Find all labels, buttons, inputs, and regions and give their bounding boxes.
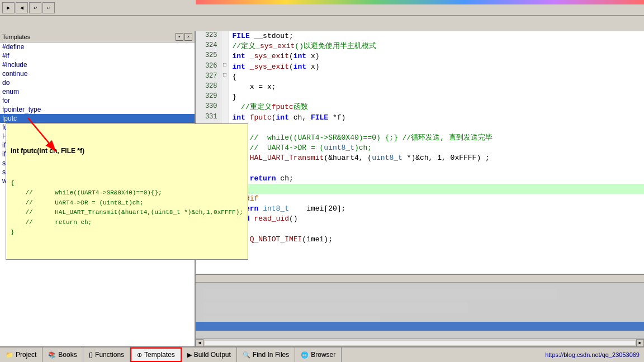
code-line-content: int _sys_exit(int x) bbox=[229, 62, 644, 72]
code-line-content: } bbox=[229, 92, 644, 102]
line-number: 328 bbox=[196, 82, 221, 92]
toolbar-btn-1[interactable]: ▶ bbox=[2, 2, 15, 13]
template-item-_if[interactable]: #if bbox=[0, 51, 195, 60]
line-number: 331 bbox=[196, 113, 221, 123]
panel-close-btn[interactable]: × bbox=[184, 33, 192, 41]
bottom-scrollbar-track[interactable] bbox=[205, 341, 635, 345]
table-row: 334 // UART4->DR = (uint8_t)ch; bbox=[196, 143, 644, 153]
code-line-content: #endif bbox=[229, 194, 644, 204]
tab-functions[interactable]: {}Functions bbox=[83, 347, 130, 362]
tab-project[interactable]: 📁Project bbox=[0, 347, 42, 362]
tab-label: Functions bbox=[95, 351, 124, 359]
code-line-content: Q_NBIOT_IMEI(imei); bbox=[229, 235, 644, 245]
tooltip-title: int fputc(int ch, FILE *f) bbox=[11, 146, 243, 156]
tab-icon-functions: {} bbox=[89, 351, 93, 358]
table-row: 323FILE __stdout; bbox=[196, 31, 644, 41]
tab-label: Project bbox=[16, 351, 36, 359]
template-item-continue[interactable]: continue bbox=[0, 69, 195, 78]
code-table: 323FILE __stdout;324//定义_sys_exit()以避免使用… bbox=[196, 31, 644, 255]
toolbar-btn-2[interactable]: ◀ bbox=[16, 2, 28, 13]
template-item-for[interactable]: for bbox=[0, 96, 195, 105]
line-number: 330 bbox=[196, 102, 221, 112]
tab-icon-books: 📚 bbox=[48, 351, 56, 359]
line-number: 329 bbox=[196, 92, 221, 102]
blue-selection-bar bbox=[196, 322, 644, 331]
table-row: 343 Q_NBIOT_IMEI(imei); bbox=[196, 235, 644, 245]
code-line-content: //定义_sys_exit()以避免使用半主机模式 bbox=[229, 41, 644, 51]
table-row: 336 bbox=[196, 163, 644, 173]
tab-books[interactable]: 📚Books bbox=[42, 347, 83, 362]
table-row: 333 // while((UART4->SR&0X40)==0) {;} //… bbox=[196, 133, 644, 143]
color-bar bbox=[196, 0, 644, 4]
toolbar-btn-3[interactable]: ↩ bbox=[29, 2, 41, 13]
line-number: 324 bbox=[196, 41, 221, 51]
line-number: 323 bbox=[196, 31, 221, 41]
code-line-content: { bbox=[229, 123, 644, 133]
table-row: 338} bbox=[196, 184, 644, 194]
template-item-do[interactable]: do bbox=[0, 78, 195, 87]
tab-icon-project: 📁 bbox=[6, 351, 13, 359]
line-number: 326 bbox=[196, 62, 221, 72]
code-line-content: int fputc(int ch, FILE *f) bbox=[229, 113, 644, 123]
tab-build-output[interactable]: ▶Build Output bbox=[182, 347, 237, 362]
templates-panel: Templates ▪ × #define#if#includecontinue… bbox=[0, 31, 196, 362]
code-line-content: { bbox=[229, 225, 644, 235]
line-number: 325 bbox=[196, 51, 221, 61]
tab-browser[interactable]: 🌐Browser bbox=[295, 347, 342, 362]
code-line-content: HAL_UART_Transmit(&huart4, (uint8_t *)&c… bbox=[229, 153, 644, 163]
template-item-_define[interactable]: #define bbox=[0, 42, 195, 51]
code-line-content: x = x; bbox=[229, 82, 644, 92]
table-row: 325int _sys_exit(int x) bbox=[196, 51, 644, 61]
fold-indicator bbox=[221, 41, 229, 51]
fold-indicator bbox=[221, 82, 229, 92]
fold-indicator bbox=[221, 51, 229, 61]
template-item-fpointer_type[interactable]: fpointer_type bbox=[0, 105, 195, 114]
code-line-content: // while((UART4->SR&0X40)==0) {;} //循环发送… bbox=[229, 133, 644, 143]
bottom-scroll[interactable]: ◀ ▶ bbox=[196, 339, 644, 346]
fold-indicator bbox=[221, 92, 229, 102]
template-item-fputc[interactable]: fputc bbox=[0, 114, 195, 123]
fold-indicator bbox=[221, 31, 229, 41]
blurred-row-1 bbox=[203, 289, 557, 299]
code-line-content: // UART4->DR = (uint8_t)ch; bbox=[229, 143, 644, 153]
table-row: 328 x = x; bbox=[196, 82, 644, 92]
tab-label: Books bbox=[58, 351, 77, 359]
code-line-content: } bbox=[229, 184, 644, 194]
table-row: 344} bbox=[196, 245, 644, 255]
tab-label: Find In Files bbox=[253, 351, 289, 359]
tabs-container: 📁Project📚Books{}Functions⊕Templates▶Buil… bbox=[0, 347, 342, 362]
fold-indicator bbox=[221, 113, 229, 123]
tab-label: Build Output bbox=[194, 351, 231, 359]
table-row: 327□{ bbox=[196, 72, 644, 82]
blurred-row-2 bbox=[203, 303, 468, 313]
table-row: 330 //重定义fputc函数 bbox=[196, 102, 644, 112]
table-row: 324//定义_sys_exit()以避免使用半主机模式 bbox=[196, 41, 644, 51]
panel-title-bar: Templates ▪ × bbox=[0, 31, 195, 42]
toolbar-btn-4[interactable]: ↩ bbox=[42, 2, 55, 13]
template-item-enum[interactable]: enum bbox=[0, 87, 195, 96]
table-row: 335 HAL_UART_Transmit(&huart4, (uint8_t … bbox=[196, 153, 644, 163]
table-row: 341void read_uid() bbox=[196, 214, 644, 224]
table-row: 326□int _sys_exit(int x) bbox=[196, 62, 644, 72]
fold-indicator[interactable]: □ bbox=[221, 62, 229, 72]
scroll-right-btn-2[interactable]: ▶ bbox=[636, 339, 644, 347]
fputc-tooltip: int fputc(int ch, FILE *f) { // while((U… bbox=[6, 123, 248, 260]
fold-indicator[interactable]: □ bbox=[221, 72, 229, 82]
tab-icon-templates: ⊕ bbox=[137, 351, 142, 359]
bottom-panel-title bbox=[196, 275, 644, 283]
line-number: 327 bbox=[196, 72, 221, 82]
tab-find-in-files[interactable]: 🔍Find In Files bbox=[237, 347, 295, 362]
code-line-content: FILE __stdout; bbox=[229, 31, 644, 41]
template-item-_include[interactable]: #include bbox=[0, 60, 195, 69]
scroll-left-btn-2[interactable]: ◀ bbox=[196, 339, 203, 347]
code-line-content: //重定义fputc函数 bbox=[229, 102, 644, 112]
code-line-content: return ch; bbox=[229, 174, 644, 184]
code-line-content: int _sys_exit(int x) bbox=[229, 51, 644, 61]
table-row: 332□{ bbox=[196, 123, 644, 133]
table-row: 331int fputc(int ch, FILE *f) bbox=[196, 113, 644, 123]
table-row: 340extern int8_t imei[20]; bbox=[196, 204, 644, 214]
tooltip-code: { // while((UART4->SR&0X40)==0){}; // UA… bbox=[11, 179, 243, 238]
tab-templates[interactable]: ⊕Templates bbox=[130, 347, 182, 362]
panel-pin-btn[interactable]: ▪ bbox=[176, 33, 183, 41]
code-line-content: void read_uid() bbox=[229, 214, 644, 224]
